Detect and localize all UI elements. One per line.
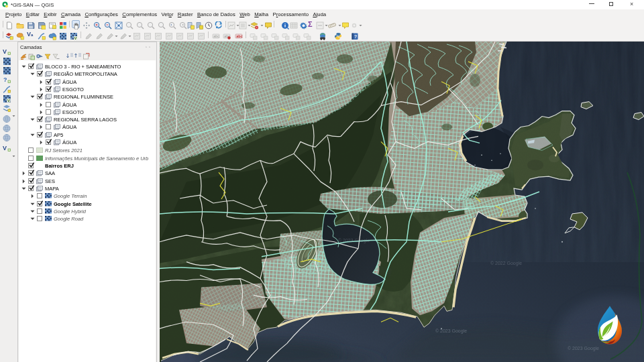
svg-text:© 2023 Google: © 2023 Google xyxy=(568,346,599,351)
svg-text:V: V xyxy=(74,36,77,40)
svg-text:abc: abc xyxy=(236,34,242,38)
svg-text:© 2023 Google: © 2023 Google xyxy=(435,328,467,334)
svg-text:V: V xyxy=(3,48,7,55)
svg-text:V: V xyxy=(7,99,10,103)
svg-text:?: ? xyxy=(354,34,357,39)
svg-text:© 2023 Google: © 2023 Google xyxy=(338,238,370,243)
svg-text:abc: abc xyxy=(213,34,219,38)
svg-text:?: ? xyxy=(3,76,7,83)
svg-text:© 2022 Google: © 2022 Google xyxy=(490,261,522,266)
svg-text:V: V xyxy=(3,145,7,152)
